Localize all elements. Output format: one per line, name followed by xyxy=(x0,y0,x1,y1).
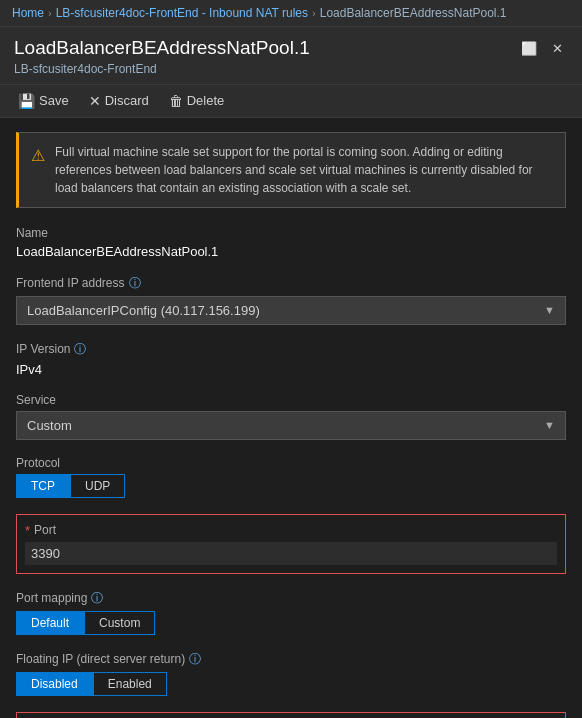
service-label: Service xyxy=(16,393,566,407)
delete-label: Delete xyxy=(187,93,225,108)
breadcrumb-home[interactable]: Home xyxy=(12,6,44,20)
toolbar: 💾 Save ✕ Discard 🗑 Delete xyxy=(0,85,582,118)
target-port-required-box: * Target port xyxy=(16,712,566,718)
discard-icon: ✕ xyxy=(89,93,101,109)
window-controls: ⬜ ✕ xyxy=(518,37,568,59)
maximize-button[interactable]: ⬜ xyxy=(518,37,540,59)
breadcrumb-lb[interactable]: LB-sfcusiter4doc-FrontEnd - Inbound NAT … xyxy=(56,6,308,20)
name-label: Name xyxy=(16,226,566,240)
port-input[interactable] xyxy=(25,542,557,565)
frontend-ip-dropdown[interactable]: LoadBalancerIPConfig (40.117.156.199) ▼ xyxy=(16,296,566,325)
save-icon: 💾 xyxy=(18,93,35,109)
page-title: LoadBalancerBEAddressNatPool.1 xyxy=(14,37,310,60)
service-chevron-down-icon: ▼ xyxy=(544,419,555,431)
page-header: LoadBalancerBEAddressNatPool.1 LB-sfcusi… xyxy=(0,27,582,85)
port-required-star: * xyxy=(25,523,30,538)
floating-ip-field-group: Floating IP (direct server return) ⓘ Dis… xyxy=(16,651,566,696)
name-field-group: Name LoadBalancerBEAddressNatPool.1 xyxy=(16,226,566,259)
frontend-ip-dropdown-value: LoadBalancerIPConfig (40.117.156.199) xyxy=(27,303,260,318)
warning-banner: ⚠ Full virtual machine scale set support… xyxy=(16,132,566,208)
port-mapping-label: Port mapping ⓘ xyxy=(16,590,566,607)
close-button[interactable]: ✕ xyxy=(546,37,568,59)
ip-version-label: IP Version ⓘ xyxy=(16,341,566,358)
floating-ip-disabled-button[interactable]: Disabled xyxy=(16,672,93,696)
frontend-ip-label: Frontend IP address ⓘ xyxy=(16,275,566,292)
service-dropdown[interactable]: Custom ▼ xyxy=(16,411,566,440)
service-dropdown-value: Custom xyxy=(27,418,72,433)
port-label: * Port xyxy=(25,523,557,538)
save-label: Save xyxy=(39,93,69,108)
protocol-toggle-group: TCP UDP xyxy=(16,474,566,498)
floating-ip-toggle-group: Disabled Enabled xyxy=(16,672,566,696)
main-content: ⚠ Full virtual machine scale set support… xyxy=(0,118,582,718)
port-mapping-field-group: Port mapping ⓘ Default Custom xyxy=(16,590,566,635)
protocol-udp-button[interactable]: UDP xyxy=(70,474,125,498)
breadcrumb-current: LoadBalancerBEAddressNatPool.1 xyxy=(320,6,507,20)
breadcrumb: Home › LB-sfcusiter4doc-FrontEnd - Inbou… xyxy=(0,0,582,27)
port-mapping-default-button[interactable]: Default xyxy=(16,611,84,635)
floating-ip-info-icon[interactable]: ⓘ xyxy=(189,651,201,668)
protocol-label: Protocol xyxy=(16,456,566,470)
page-subtitle: LB-sfcusiter4doc-FrontEnd xyxy=(14,62,310,76)
name-value: LoadBalancerBEAddressNatPool.1 xyxy=(16,244,566,259)
discard-button[interactable]: ✕ Discard xyxy=(85,91,153,111)
ip-version-field-group: IP Version ⓘ IPv4 xyxy=(16,341,566,377)
discard-label: Discard xyxy=(105,93,149,108)
port-required-box: * Port xyxy=(16,514,566,574)
delete-icon: 🗑 xyxy=(169,93,183,109)
service-field-group: Service Custom ▼ xyxy=(16,393,566,440)
chevron-down-icon: ▼ xyxy=(544,304,555,316)
port-mapping-custom-button[interactable]: Custom xyxy=(84,611,155,635)
port-mapping-toggle-group: Default Custom xyxy=(16,611,566,635)
header-left: LoadBalancerBEAddressNatPool.1 LB-sfcusi… xyxy=(14,37,310,76)
floating-ip-enabled-button[interactable]: Enabled xyxy=(93,672,167,696)
breadcrumb-sep1: › xyxy=(48,7,52,19)
protocol-tcp-button[interactable]: TCP xyxy=(16,474,70,498)
breadcrumb-sep2: › xyxy=(312,7,316,19)
ip-version-value: IPv4 xyxy=(16,362,566,377)
protocol-field-group: Protocol TCP UDP xyxy=(16,456,566,498)
delete-button[interactable]: 🗑 Delete xyxy=(165,91,229,111)
frontend-ip-field-group: Frontend IP address ⓘ LoadBalancerIPConf… xyxy=(16,275,566,325)
warning-text: Full virtual machine scale set support f… xyxy=(55,143,553,197)
save-button[interactable]: 💾 Save xyxy=(14,91,73,111)
floating-ip-label: Floating IP (direct server return) ⓘ xyxy=(16,651,566,668)
port-mapping-info-icon[interactable]: ⓘ xyxy=(91,590,103,607)
warning-icon: ⚠ xyxy=(31,144,45,168)
frontend-ip-info-icon[interactable]: ⓘ xyxy=(129,275,141,292)
ip-version-info-icon[interactable]: ⓘ xyxy=(74,341,86,358)
